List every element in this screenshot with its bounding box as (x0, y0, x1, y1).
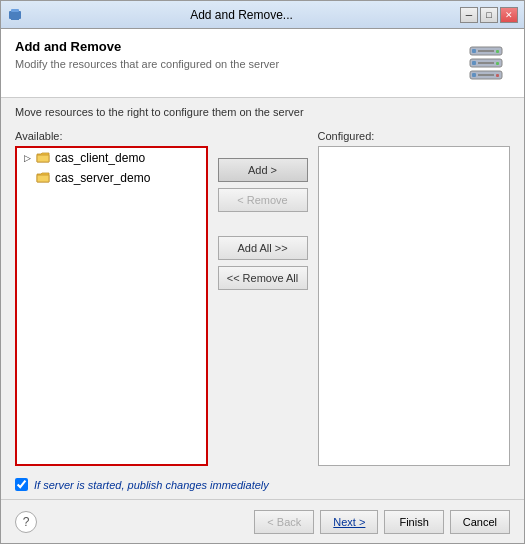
header-subtitle: Modify the resources that are configured… (15, 58, 462, 70)
help-button[interactable]: ? (15, 511, 37, 533)
configured-list[interactable] (318, 146, 511, 466)
main-window: Add and Remove... ─ □ ✕ Add and Remove M… (0, 0, 525, 544)
svg-rect-10 (478, 62, 494, 64)
folder-icon (35, 150, 51, 166)
svg-rect-3 (11, 19, 19, 20)
list-item[interactable]: ▷ cas_server_demo (17, 168, 206, 188)
list-item[interactable]: ▷ cas_client_demo (17, 148, 206, 168)
close-button[interactable]: ✕ (500, 7, 518, 23)
next-button[interactable]: Next > (320, 510, 378, 534)
columns-area: Available: ▷ cas_client_demo ▷ (15, 130, 510, 466)
available-list[interactable]: ▷ cas_client_demo ▷ (15, 146, 208, 466)
svg-rect-1 (11, 9, 19, 12)
publish-checkbox[interactable] (15, 478, 28, 491)
svg-rect-15 (496, 74, 499, 77)
main-content: Available: ▷ cas_client_demo ▷ (1, 126, 524, 466)
publish-label[interactable]: If server is started, publish changes im… (34, 479, 269, 491)
svg-rect-7 (496, 50, 499, 53)
bottom-left: ? (15, 511, 37, 533)
header-section: Add and Remove Modify the resources that… (1, 29, 524, 98)
item-label: cas_client_demo (55, 151, 145, 165)
bottom-right: < Back Next > Finish Cancel (254, 510, 510, 534)
svg-rect-9 (472, 61, 476, 65)
svg-rect-13 (472, 73, 476, 77)
window-controls: ─ □ ✕ (460, 7, 518, 23)
maximize-button[interactable]: □ (480, 7, 498, 23)
minimize-button[interactable]: ─ (460, 7, 478, 23)
back-button[interactable]: < Back (254, 510, 314, 534)
remove-all-button[interactable]: << Remove All (218, 266, 308, 290)
svg-rect-17 (37, 175, 49, 182)
bottom-bar: ? < Back Next > Finish Cancel (1, 499, 524, 543)
item-label: cas_server_demo (55, 171, 150, 185)
checkbox-label-italic: publish changes immediately (128, 479, 269, 491)
window-icon (7, 7, 23, 23)
header-icon (462, 39, 510, 87)
checkbox-row: If server is started, publish changes im… (1, 470, 524, 499)
instructions-text: Move resources to the right to configure… (1, 98, 524, 126)
header-text: Add and Remove Modify the resources that… (15, 39, 462, 70)
add-button[interactable]: Add > (218, 158, 308, 182)
configured-section: Configured: (318, 130, 511, 466)
svg-rect-11 (496, 62, 499, 65)
header-title: Add and Remove (15, 39, 462, 54)
checkbox-label-prefix: If server is started, (34, 479, 128, 491)
title-bar: Add and Remove... ─ □ ✕ (1, 1, 524, 29)
window-title: Add and Remove... (23, 8, 460, 22)
remove-button[interactable]: < Remove (218, 188, 308, 212)
svg-rect-6 (478, 50, 494, 52)
folder-icon (35, 170, 51, 186)
cancel-button[interactable]: Cancel (450, 510, 510, 534)
available-label: Available: (15, 130, 208, 142)
finish-button[interactable]: Finish (384, 510, 443, 534)
server-svg-icon (466, 43, 506, 83)
configured-label: Configured: (318, 130, 511, 142)
tree-toggle-icon: ▷ (21, 152, 33, 164)
svg-rect-5 (472, 49, 476, 53)
middle-buttons: Add > < Remove Add All >> << Remove All (208, 130, 318, 466)
svg-rect-14 (478, 74, 494, 76)
svg-rect-16 (37, 155, 49, 162)
add-all-button[interactable]: Add All >> (218, 236, 308, 260)
available-section: Available: ▷ cas_client_demo ▷ (15, 130, 208, 466)
